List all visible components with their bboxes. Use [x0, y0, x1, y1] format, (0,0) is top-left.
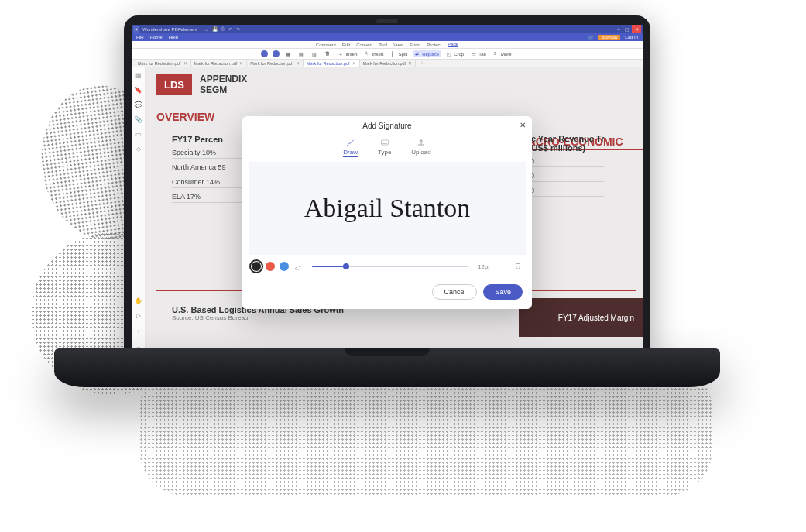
- company-logo: LDS: [156, 74, 192, 95]
- close-tab-icon[interactable]: ✕: [408, 60, 412, 66]
- tab-form[interactable]: Form: [410, 43, 420, 47]
- doc-tab[interactable]: Mark for Redaction.pdf✕: [360, 60, 417, 67]
- thickness-slider[interactable]: [312, 262, 468, 271]
- modal-close-button[interactable]: ✕: [520, 121, 526, 129]
- camera-notch: [376, 19, 398, 23]
- adjusted-margin-panel: FY17 Adjusted Margin: [519, 298, 643, 337]
- modal-title: Add Signature: [362, 122, 411, 130]
- qat-print-icon[interactable]: ⎙: [221, 26, 225, 32]
- appendix-label2: SEGM: [200, 84, 247, 95]
- close-tab-icon[interactable]: ✕: [352, 60, 356, 66]
- cart-icon: 🛒: [588, 35, 594, 40]
- menu-home[interactable]: Home: [150, 35, 163, 39]
- comments-icon[interactable]: 💬: [135, 101, 142, 108]
- hand-tool-icon[interactable]: ✋: [135, 297, 142, 304]
- keyboard-icon: [379, 138, 390, 147]
- qat-redo-icon[interactable]: ↷: [236, 26, 240, 32]
- draw-tab[interactable]: Draw: [343, 138, 358, 157]
- color-swatch-blue[interactable]: [280, 262, 289, 271]
- close-tab-icon[interactable]: ✕: [296, 60, 300, 66]
- color-swatch-black[interactable]: [252, 262, 261, 271]
- tab-tool[interactable]: Tool: [379, 43, 387, 47]
- close-window-button[interactable]: ✕: [632, 25, 641, 33]
- tab-comment[interactable]: Comment: [316, 43, 336, 47]
- zoom-in-icon[interactable]: ＋: [135, 327, 142, 335]
- type-tab-label: Type: [378, 149, 391, 156]
- more-button[interactable]: ≡More: [492, 50, 514, 57]
- laptop-frame: ✦ Wondershare PDFelement ▭ 💾 ⎙ ↶ ↷ – ▢ ✕…: [124, 15, 666, 387]
- add-signature-modal: Add Signature ✕ Draw Type: [242, 116, 532, 309]
- slider-thumb[interactable]: [343, 263, 349, 269]
- select-tool-icon[interactable]: ▷: [136, 312, 141, 319]
- split-button[interactable]: ⎮Split: [389, 50, 410, 57]
- layout-grid1-button[interactable]: ▦: [283, 50, 293, 57]
- rotate-right-button[interactable]: [273, 50, 280, 57]
- layers-icon[interactable]: ◇: [136, 146, 141, 153]
- quick-access-toolbar: ▭ 💾 ⎙ ↶ ↷: [204, 26, 240, 32]
- upload-tab-label: Upload: [411, 149, 430, 156]
- insert2-button[interactable]: ⎘Insert: [362, 50, 386, 57]
- minimize-button[interactable]: –: [615, 26, 623, 33]
- app-title: Wondershare PDFelement: [142, 27, 197, 32]
- color-swatch-red[interactable]: [266, 262, 275, 271]
- qat-save-icon[interactable]: 💾: [212, 26, 218, 32]
- fields-icon[interactable]: ▭: [135, 131, 142, 138]
- svg-rect-0: [381, 140, 388, 145]
- app-window: ✦ Wondershare PDFelement ▭ 💾 ⎙ ↶ ↷ – ▢ ✕…: [132, 25, 643, 352]
- document-tabs: Mark for Redaction.pdf✕ Mark for Redacti…: [132, 60, 643, 67]
- login-button[interactable]: Log In: [625, 35, 638, 39]
- page-toolbar: ▦ ▤ ▥ 🗑 ＋Insert ⎘Insert ⎮Split ⇄Replace …: [132, 49, 643, 60]
- upload-tab[interactable]: Upload: [411, 138, 430, 157]
- crop-button[interactable]: ◰Crop: [444, 50, 466, 57]
- menu-help[interactable]: Help: [169, 35, 178, 39]
- tab-page[interactable]: Page: [448, 42, 458, 47]
- close-tab-icon[interactable]: ✕: [183, 60, 187, 66]
- save-button[interactable]: Save: [483, 284, 523, 300]
- insert-button[interactable]: ＋Insert: [336, 50, 359, 57]
- qat-open-icon[interactable]: ▭: [204, 26, 208, 32]
- type-tab[interactable]: Type: [378, 138, 391, 157]
- close-tab-icon[interactable]: ✕: [239, 60, 243, 66]
- signature-canvas[interactable]: Abigail Stanton: [249, 162, 526, 255]
- app-icon: ✦: [133, 26, 139, 33]
- tab-view[interactable]: View: [393, 43, 403, 47]
- window-titlebar: ✦ Wondershare PDFelement ▭ 💾 ⎙ ↶ ↷ – ▢ ✕: [132, 25, 643, 33]
- tab-protect[interactable]: Protect: [427, 43, 441, 47]
- signature-mode-tabs: Draw Type Upload: [242, 135, 532, 162]
- doc-tab[interactable]: Mark for Redaction.pdf✕: [191, 60, 248, 67]
- doc-tab[interactable]: Mark for Redaction.pdf✕: [247, 60, 304, 67]
- attachments-icon[interactable]: 📎: [135, 116, 142, 123]
- layout-grid2-button[interactable]: ▤: [297, 50, 307, 57]
- layout-grid3-button[interactable]: ▥: [310, 50, 320, 57]
- buy-now-button[interactable]: Buy Now: [598, 35, 620, 40]
- doc-tab[interactable]: Mark for Redaction.pdf✕: [135, 60, 191, 67]
- doc-tab-active[interactable]: Mark for Redaction.pdf✕: [304, 60, 360, 67]
- delete-page-button[interactable]: 🗑: [323, 50, 333, 57]
- maximize-button[interactable]: ▢: [623, 26, 631, 33]
- modal-header: Add Signature ✕: [242, 116, 532, 135]
- tab-convert[interactable]: Convert: [356, 43, 372, 47]
- tab-edit[interactable]: Edit: [342, 43, 350, 47]
- upload-icon: [416, 138, 427, 147]
- tab-button[interactable]: ▭Tab: [469, 50, 489, 57]
- left-sidebar: ▦ 🔖 💬 📎 ▭ ◇ ✋ ▷ ＋ －: [132, 67, 146, 352]
- qat-undo-icon[interactable]: ↶: [228, 26, 232, 32]
- clear-signature-button[interactable]: [513, 261, 523, 272]
- rotate-left-button[interactable]: [261, 50, 268, 57]
- signature-tools: 12pt: [242, 255, 532, 278]
- rev-trend-head1: Five Year Revenue Tr: [519, 134, 643, 143]
- thickness-value: 12pt: [478, 263, 493, 270]
- cancel-button[interactable]: Cancel: [432, 284, 477, 300]
- replace-button[interactable]: ⇄Replace: [413, 50, 441, 57]
- file-menu-bar: File Home Help 🛒 Buy Now Log In: [132, 33, 643, 41]
- add-tab-button[interactable]: ＋: [416, 60, 428, 66]
- eraser-button[interactable]: [293, 262, 303, 271]
- rev-trend-head2: (in US$ millions): [519, 143, 643, 153]
- thumbnails-icon[interactable]: ▦: [135, 72, 142, 79]
- ribbon-tabs: Comment Edit Convert Tool View Form Prot…: [132, 41, 643, 49]
- bookmarks-icon[interactable]: 🔖: [135, 87, 142, 94]
- laptop-trackpad-notch: [345, 348, 430, 356]
- menu-file[interactable]: File: [136, 35, 144, 39]
- signature-text: Abigail Stanton: [304, 194, 470, 223]
- draw-tab-label: Draw: [343, 149, 358, 157]
